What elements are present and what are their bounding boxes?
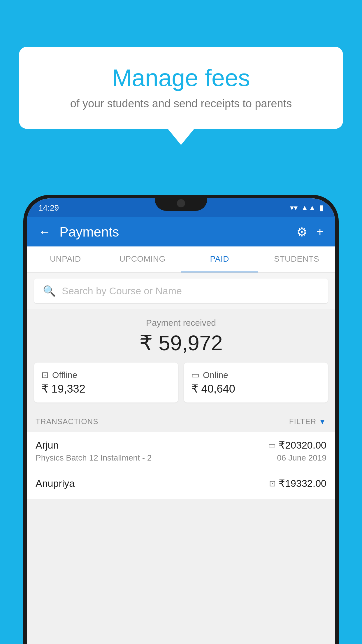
transaction-item[interactable]: Arjun ▭ ₹20320.00 Physics Batch 12 Insta… [27, 432, 335, 470]
phone-frame: 14:29 ▾▾ ▲▲ ▮ ← Payments ⚙ + UNPAID UPCO… [23, 195, 339, 644]
offline-payment-amount: ₹ 19,332 [41, 382, 171, 395]
payment-received-label: Payment received [34, 318, 328, 328]
offline-payment-type: Offline [52, 370, 77, 380]
offline-payment-type-icon: ⊡ [269, 479, 276, 488]
transaction-name: Anupriya [36, 478, 75, 489]
offline-payment-card: ⊡ Offline ₹ 19,332 [34, 363, 178, 402]
filter-label: FILTER [289, 417, 317, 426]
search-placeholder: Search by Course or Name [62, 285, 182, 297]
offline-payment-icon: ⊡ [41, 370, 49, 380]
transactions-label: TRANSACTIONS [36, 417, 99, 426]
filter-button[interactable]: FILTER ▼ [289, 417, 326, 426]
transaction-list: Arjun ▭ ₹20320.00 Physics Batch 12 Insta… [27, 432, 335, 499]
battery-icon: ▮ [319, 203, 324, 212]
tab-paid[interactable]: PAID [181, 246, 258, 272]
transaction-row-top: Arjun ▭ ₹20320.00 [36, 439, 326, 451]
transaction-name: Arjun [36, 440, 59, 451]
transaction-date: 06 June 2019 [277, 453, 326, 463]
speech-bubble-title: Manage fees [42, 64, 320, 92]
tab-upcoming[interactable]: UPCOMING [104, 246, 181, 272]
speech-bubble-container: Manage fees of your students and send re… [19, 47, 343, 145]
phone-screen: 14:29 ▾▾ ▲▲ ▮ ← Payments ⚙ + UNPAID UPCO… [27, 198, 335, 644]
status-icons: ▾▾ ▲▲ ▮ [290, 203, 324, 212]
payment-cards: ⊡ Offline ₹ 19,332 ▭ Online ₹ 40,640 [34, 363, 328, 402]
online-payment-type: Online [203, 370, 228, 380]
transaction-amount: ₹19332.00 [279, 477, 326, 489]
transaction-course: Physics Batch 12 Installment - 2 [36, 453, 152, 463]
payment-summary: Payment received ₹ 59,972 ⊡ Offline ₹ 19… [27, 309, 335, 411]
payment-total-amount: ₹ 59,972 [34, 331, 328, 355]
signal-icon: ▲▲ [301, 203, 316, 212]
back-button[interactable]: ← [38, 225, 51, 239]
online-payment-card: ▭ Online ₹ 40,640 [184, 363, 328, 402]
transactions-header: TRANSACTIONS FILTER ▼ [27, 411, 335, 432]
tab-unpaid[interactable]: UNPAID [27, 246, 104, 272]
search-icon: 🔍 [43, 285, 56, 297]
add-button[interactable]: + [316, 225, 324, 239]
settings-button[interactable]: ⚙ [296, 225, 307, 239]
transaction-amount-wrap: ⊡ ₹19332.00 [269, 477, 326, 489]
speech-bubble: Manage fees of your students and send re… [19, 47, 343, 129]
transaction-amount-wrap: ▭ ₹20320.00 [268, 439, 326, 451]
front-camera [177, 199, 185, 207]
wifi-icon: ▾▾ [290, 203, 298, 212]
transaction-item[interactable]: Anupriya ⊡ ₹19332.00 [27, 470, 335, 499]
offline-card-header: ⊡ Offline [41, 370, 171, 380]
speech-bubble-arrow [168, 129, 194, 145]
tabs-bar: UNPAID UPCOMING PAID STUDENTS [27, 246, 335, 273]
tab-students[interactable]: STUDENTS [258, 246, 335, 272]
phone-notch [155, 195, 207, 211]
search-bar[interactable]: 🔍 Search by Course or Name [34, 279, 328, 303]
speech-bubble-subtitle: of your students and send receipts to pa… [42, 97, 320, 110]
transaction-row-bottom: Physics Batch 12 Installment - 2 06 June… [36, 453, 326, 463]
online-card-header: ▭ Online [191, 370, 321, 380]
transaction-row-top: Anupriya ⊡ ₹19332.00 [36, 477, 326, 489]
online-payment-amount: ₹ 40,640 [191, 382, 321, 395]
status-time: 14:29 [38, 203, 59, 213]
transaction-amount: ₹20320.00 [279, 439, 326, 451]
filter-icon: ▼ [319, 417, 326, 426]
search-container: 🔍 Search by Course or Name [27, 273, 335, 309]
header-title: Payments [59, 224, 288, 240]
online-payment-icon: ▭ [191, 370, 199, 380]
online-payment-type-icon: ▭ [268, 440, 276, 450]
app-header: ← Payments ⚙ + [27, 217, 335, 246]
